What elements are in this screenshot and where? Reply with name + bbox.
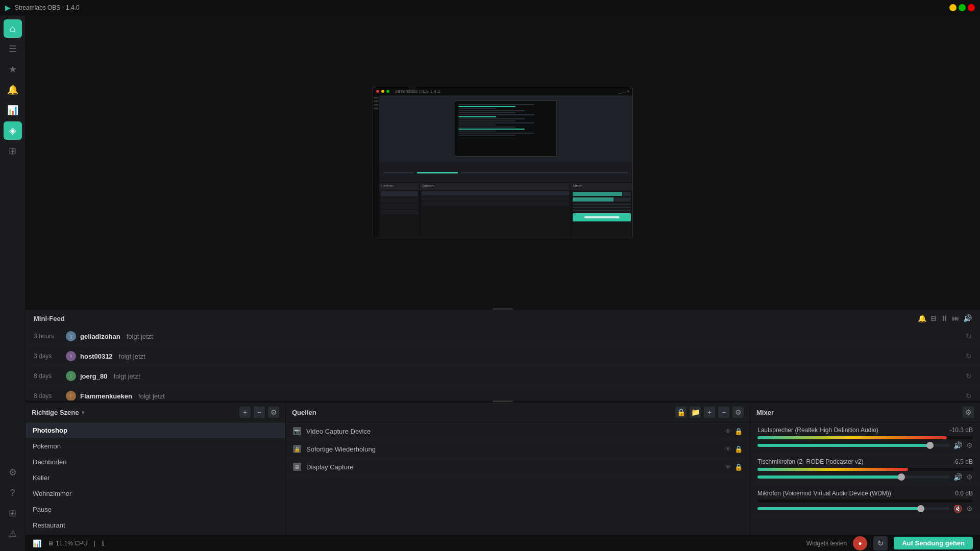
scenes-settings-button[interactable]: ⚙ xyxy=(268,407,279,418)
mixer-ch3-vol-icon[interactable]: 🔇 xyxy=(953,505,962,513)
source-name-display: Display Capture xyxy=(306,463,354,471)
feed-item: 3 hours g geliadizohan folgt jetzt ↻ xyxy=(26,327,980,346)
mixer-ch3-level-meter xyxy=(757,499,973,503)
feed-refresh-2[interactable]: ↻ xyxy=(966,352,972,360)
mixer-channel-speaker: Lautsprecher (Realtek High Definition Au… xyxy=(750,422,980,454)
status-bar: 📊 🖥 11.1% CPU | ℹ Widgets testen ● ↻ Auf… xyxy=(26,535,980,551)
status-info-icon[interactable]: ℹ xyxy=(102,539,104,547)
minifeed-skip-icon[interactable]: ⏭ xyxy=(952,314,959,322)
inner-sources-header: Quellen xyxy=(420,183,571,190)
scene-item-keller[interactable]: Keller xyxy=(26,470,285,486)
preview-window-content: Szenen Quellen xyxy=(373,95,632,237)
feed-refresh-1[interactable]: ↻ xyxy=(966,332,972,340)
mixer-ch1-vol-icon[interactable]: 🔊 xyxy=(953,441,962,449)
feed-time-2: 3 days xyxy=(34,353,62,360)
feed-refresh-4[interactable]: ↻ xyxy=(966,392,972,400)
source-vis-icon-3[interactable]: 👁 xyxy=(725,463,731,471)
source-lock-icon[interactable]: 🔒 xyxy=(734,428,743,435)
feed-action-2: folgt jetzt xyxy=(119,353,145,360)
mixer-ch3-slider-track[interactable] xyxy=(757,507,949,510)
source-item-display[interactable]: 🖥 Display Capture 👁 🔒 xyxy=(286,458,750,476)
minifeed-pause-icon[interactable]: ⏸ xyxy=(941,314,948,322)
close-button[interactable] xyxy=(968,4,975,11)
scene-item-pause[interactable]: Pause xyxy=(26,502,285,517)
sidebar-icon-feed[interactable]: ☰ xyxy=(4,40,22,58)
feed-item: 8 days j joerg_80 folgt jetzt ↻ xyxy=(26,366,980,386)
sidebar-icon-theme[interactable]: ◈ xyxy=(4,121,22,140)
sources-remove-button[interactable]: − xyxy=(718,407,729,418)
source-item-replay[interactable]: 🔒 Sofortige Wiederholung 👁 🔒 xyxy=(286,440,750,458)
minifeed-filter-icon[interactable]: ⊟ xyxy=(930,314,937,322)
scene-item-label: Keller xyxy=(33,474,50,482)
scenes-add-button[interactable]: + xyxy=(239,407,251,418)
inner-tab-4 xyxy=(374,108,379,109)
mixer-settings-button[interactable]: ⚙ xyxy=(963,407,974,418)
inner-scenes: Szenen xyxy=(379,183,420,237)
app-title: Streamlabs OBS - 1.4.0 xyxy=(15,4,80,11)
profile-avatar[interactable]: ● xyxy=(853,536,867,550)
mixer-ch2-slider-thumb[interactable] xyxy=(898,473,905,481)
sidebar-icon-help[interactable]: ? xyxy=(4,484,22,502)
title-bar-controls[interactable] xyxy=(949,4,975,11)
feed-refresh-3[interactable]: ↻ xyxy=(966,372,972,380)
title-bar: ▶ Streamlabs OBS - 1.4.0 xyxy=(0,0,980,15)
scene-item-dachboden[interactable]: Dachboden xyxy=(26,454,285,470)
feed-action-1: folgt jetzt xyxy=(127,333,153,340)
maximize-button[interactable] xyxy=(959,4,966,11)
feed-item: 8 days F Flammenkueken folgt jetzt ↻ xyxy=(26,386,980,400)
sidebar-icon-gear[interactable]: ⚙ xyxy=(4,463,22,482)
sidebar-icon-grid[interactable]: ⊞ xyxy=(4,504,22,522)
mixer-ch2-level-fill xyxy=(757,468,908,471)
scene-item-pokemon[interactable]: Pokemon xyxy=(26,438,285,454)
title-bar-left: ▶ Streamlabs OBS - 1.4.0 xyxy=(5,4,80,12)
sidebar-icon-chart[interactable]: 📊 xyxy=(4,101,22,119)
sidebar-icon-warn[interactable]: ⚠ xyxy=(4,524,22,543)
scene-item-restaurant[interactable]: Restaurant xyxy=(26,517,285,533)
minifeed-bell-icon[interactable]: 🔔 xyxy=(918,314,926,322)
scenes-remove-button[interactable]: − xyxy=(254,407,265,418)
sidebar-icon-home[interactable]: ⌂ xyxy=(4,19,22,38)
minifeed-vol-icon[interactable]: 🔊 xyxy=(963,314,972,322)
source-item-video[interactable]: 📷 Video Capture Device 👁 🔒 xyxy=(286,422,750,440)
feed-avatar-1: g xyxy=(66,331,76,341)
revert-button[interactable]: ↻ xyxy=(873,536,888,550)
sidebar-icon-alert[interactable]: 🔔 xyxy=(4,81,22,99)
feed-action-4: folgt jetzt xyxy=(138,392,165,400)
inner-golive-btn xyxy=(573,213,631,221)
mixer-ch3-header: Mikrofon (Voicemod Virtual Audio Device … xyxy=(757,490,973,497)
scene-item-photoshop[interactable]: Photoshop xyxy=(26,422,285,438)
scenes-panel-header: Richtige Szene ▾ + − ⚙ xyxy=(26,403,285,422)
go-live-button[interactable]: Auf Sendung gehen xyxy=(894,537,973,549)
scene-item-label: Pause xyxy=(33,506,52,513)
feed-username-1: geliadizohan xyxy=(80,333,120,340)
minimize-button[interactable] xyxy=(949,4,957,11)
source-lock-icon-3[interactable]: 🔒 xyxy=(734,463,743,471)
mixer-ch3-slider-fill xyxy=(757,507,921,510)
sidebar-icon-star[interactable]: ★ xyxy=(4,60,22,79)
mixer-ch2-vol-icon[interactable]: 🔊 xyxy=(953,473,962,481)
scenes-dropdown-arrow[interactable]: ▾ xyxy=(82,410,84,415)
mixer-ch2-name: Tischmikrofon (2- RODE Podcaster v2) xyxy=(757,458,864,465)
scene-item-wohnzimmer[interactable]: Wohnzimmer xyxy=(26,486,285,502)
inner-bar-3 xyxy=(461,172,628,173)
mixer-ch3-name: Mikrofon (Voicemod Virtual Audio Device … xyxy=(757,490,891,497)
feed-action-3: folgt jetzt xyxy=(113,372,140,380)
mixer-ch1-slider-track[interactable] xyxy=(757,444,949,447)
inner-tab-1 xyxy=(374,97,379,98)
mixer-ch1-gear-icon[interactable]: ⚙ xyxy=(966,441,973,449)
scene-item-label: Dachboden xyxy=(33,458,67,466)
preview-area: Streamlabs OBS 1.4.1 _ □ × xyxy=(26,15,980,308)
sidebar-icon-apps[interactable]: ⊞ xyxy=(4,142,22,160)
source-vis-icon-2[interactable]: 👁 xyxy=(725,445,731,453)
sources-lock-button[interactable]: 🔒 xyxy=(675,407,687,418)
sources-folder-button[interactable]: 📁 xyxy=(690,407,701,418)
mixer-ch3-gear-icon[interactable]: ⚙ xyxy=(966,505,973,513)
sources-add-button[interactable]: + xyxy=(704,407,715,418)
source-lock-icon-2[interactable]: 🔒 xyxy=(734,445,743,453)
mixer-ch2-slider-track[interactable] xyxy=(757,475,949,479)
mixer-ch2-gear-icon[interactable]: ⚙ xyxy=(966,473,973,481)
mixer-ch3-slider-thumb[interactable] xyxy=(917,505,924,512)
mixer-ch1-slider-thumb[interactable] xyxy=(926,442,934,449)
source-vis-icon[interactable]: 👁 xyxy=(725,428,731,435)
sources-settings-button[interactable]: ⚙ xyxy=(732,407,744,418)
